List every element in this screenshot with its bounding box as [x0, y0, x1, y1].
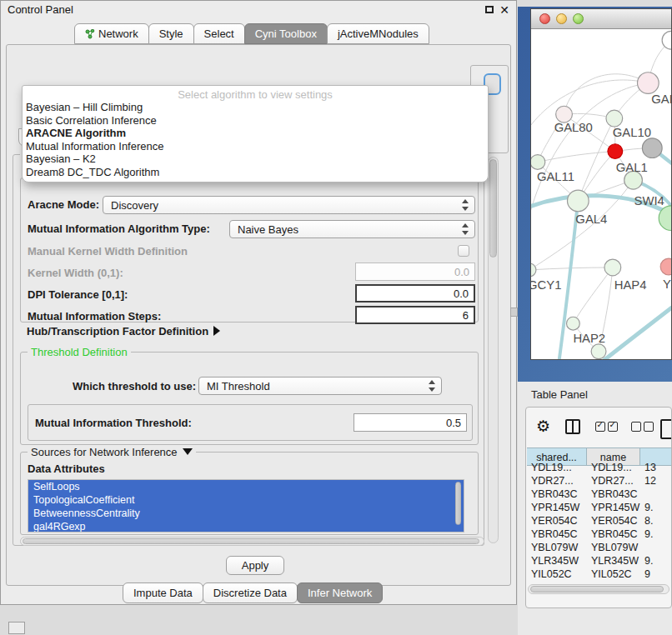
data-attributes-list: SelfLoopsTopologicalCoefficientBetweenne… — [28, 479, 464, 532]
network-node-gal11[interactable] — [531, 155, 545, 170]
gear-icon[interactable]: ⚙ — [536, 418, 550, 435]
kernel-width-field[interactable]: 0.0 — [355, 262, 475, 281]
table-horizontal-scrollbar[interactable] — [528, 584, 669, 594]
table-cell: YPR145W — [527, 501, 587, 514]
table-row[interactable]: YER054CYER054C8. — [527, 514, 672, 528]
tab-cyni-toolbox[interactable]: Cyni Toolbox — [244, 23, 328, 44]
collapsed-arrow-icon — [213, 326, 220, 336]
network-node-hap4[interactable] — [604, 259, 621, 276]
network-node[interactable] — [591, 344, 606, 359]
sources-legend[interactable]: Sources for Network Inference — [28, 446, 196, 458]
network-node-gcy1[interactable] — [531, 263, 536, 277]
close-icon[interactable]: ✕ — [499, 3, 509, 17]
table-cell: YBR043C — [587, 488, 640, 501]
mi-type-combo[interactable]: Naive Bayes — [229, 220, 475, 238]
float-window-icon[interactable] — [485, 6, 494, 13]
tab-impute-data[interactable]: Impute Data — [123, 582, 203, 603]
which-threshold-combo[interactable]: MI Threshold — [198, 377, 442, 395]
algorithm-option-bayesian-k2[interactable]: Bayesian – K2 — [23, 152, 488, 166]
collapsed-panel-icon[interactable] — [8, 622, 25, 634]
deselect-all-columns-icon[interactable] — [631, 422, 654, 432]
network-node-gal1[interactable] — [608, 144, 623, 159]
network-node-y[interactable] — [660, 258, 671, 275]
table-cell — [640, 541, 672, 554]
aracne-mode-combo[interactable]: Discovery — [103, 196, 475, 214]
tab-network[interactable]: Network — [74, 23, 149, 44]
table-cell: YDL19... — [527, 461, 587, 474]
control-panel-window: Control Panel ✕ NetworkStyleSelectCyni T… — [0, 0, 517, 605]
close-traffic-light[interactable] — [539, 13, 550, 24]
node-label-hap4: HAP4 — [614, 278, 647, 292]
tab-select[interactable]: Select — [193, 23, 245, 44]
table-cell: 13 — [640, 461, 672, 474]
mi-threshold-field[interactable]: 0.5 — [354, 413, 467, 432]
hub-definition-toggle[interactable]: Hub/Transcription Factor Definition — [27, 325, 220, 338]
mi-threshold-group: MI Threshold Definition Mutual Informati… — [28, 404, 473, 441]
network-node-hap2[interactable] — [566, 317, 579, 330]
attribute-list-scrollbar[interactable] — [454, 482, 462, 530]
table-row[interactable]: YBR045CYBR045C9. — [527, 528, 672, 541]
splitter-handle[interactable] — [510, 308, 518, 317]
split-columns-icon[interactable] — [565, 419, 580, 434]
dropdown-placeholder: Select algorithm to view settings — [23, 88, 488, 101]
zoom-traffic-light[interactable] — [573, 13, 584, 24]
dpi-tolerance-label: DPI Tolerance [0,1]: — [28, 288, 128, 301]
table-panel-title: Table Panel — [531, 388, 588, 401]
apply-button[interactable]: Apply — [226, 556, 284, 575]
algorithm-option-mutual-information-inference[interactable]: Mutual Information Inference — [23, 140, 488, 153]
network-node-gal10[interactable] — [606, 110, 623, 127]
network-node[interactable] — [662, 31, 671, 49]
node-table: shared...nameYDL19...YDL19...13YDR27...Y… — [527, 448, 672, 583]
table-cell: YLR345W — [587, 554, 640, 568]
table-cell: 12 — [640, 474, 672, 488]
network-node[interactable] — [642, 138, 662, 158]
node-label-y: Y — [663, 278, 671, 291]
which-threshold-value: MI Threshold — [207, 380, 270, 392]
tab-infer-network[interactable]: Infer Network — [297, 582, 383, 603]
cyni-algorithm-settings-group: Cyni Algorithm Settings Algorithm Defini… — [13, 154, 484, 546]
unchecked-box-icon — [631, 422, 641, 432]
table-row[interactable]: YBL079WYBL079W — [527, 541, 672, 554]
table-cell: YBL079W — [587, 541, 640, 554]
attribute-item-topologicalcoefficient[interactable]: TopologicalCoefficient — [28, 493, 464, 507]
tab-style[interactable]: Style — [148, 23, 194, 44]
select-all-columns-icon[interactable] — [595, 422, 618, 432]
algorithm-dropdown-list: Select algorithm to view settings Bayesi… — [22, 85, 489, 182]
network-node-gal[interactable] — [637, 72, 659, 94]
mi-steps-field[interactable]: 6 — [355, 306, 475, 324]
algorithm-option-bayesian-hill-climbing[interactable]: Bayesian – Hill Climbing — [23, 101, 488, 114]
table-row[interactable]: YPR145WYPR145W9. — [527, 501, 672, 514]
attribute-item-betweennesscentrality[interactable]: BetweennessCentrality — [28, 507, 464, 520]
attribute-item-gal4rgexp[interactable]: gal4RGexp — [28, 520, 464, 532]
tab-jactivemnodules[interactable]: jActiveMNodules — [327, 23, 429, 44]
network-edge — [573, 268, 612, 323]
manual-kernel-checkbox[interactable] — [458, 245, 469, 257]
threshold-definition-legend: Threshold Definition — [28, 346, 131, 358]
settings-scrollbar[interactable] — [488, 157, 499, 543]
algorithm-option-dream8-dc-tdc-algorithm[interactable]: Dream8 DC_TDC Algorithm — [23, 166, 488, 179]
network-canvas[interactable]: GALGAL80GAL10GAL1GAL11GAL4SWI4GCY1HAP4YH… — [531, 29, 671, 360]
control-panel-title: Control Panel — [1, 1, 516, 19]
table-row[interactable]: YBR043CYBR043C — [527, 488, 672, 501]
table-cell: 9. — [640, 554, 672, 568]
mi-type-label: Mutual Information Algorithm Type: — [28, 222, 210, 235]
minimize-traffic-light[interactable] — [556, 13, 567, 24]
table-row[interactable]: YDR27...YDR27...12 — [527, 474, 672, 488]
desktop: { "colors": { "selection_blue": "#3e6bc8… — [0, 0, 672, 635]
table-row[interactable]: YIL052CYIL052C9 — [527, 568, 672, 581]
sources-horizontal-scrollbar[interactable] — [20, 537, 484, 546]
table-cell: YPR145W — [587, 501, 640, 514]
table-cell: YBL079W — [527, 541, 587, 554]
table-cell: YDR27... — [587, 474, 640, 488]
dpi-tolerance-field[interactable]: 0.0 — [355, 284, 475, 302]
table-row[interactable]: YLR345WYLR345W9. — [527, 554, 672, 568]
algorithm-option-basic-correlation-inference[interactable]: Basic Correlation Inference — [23, 114, 488, 128]
algorithm-option-aracne-algorithm[interactable]: ARACNE Algorithm — [23, 127, 488, 140]
attribute-item-selfloops[interactable]: SelfLoops — [28, 480, 464, 493]
network-node-gal4[interactable] — [567, 190, 589, 212]
table-row[interactable]: YDL19...YDL19...13 — [527, 461, 672, 474]
cp-settings-container: gal-filtered sif default node Select alg… — [6, 44, 511, 586]
node-label-gal4: GAL4 — [575, 212, 607, 226]
tab-discretize-data[interactable]: Discretize Data — [203, 582, 298, 603]
export-table-icon[interactable] — [660, 419, 672, 439]
